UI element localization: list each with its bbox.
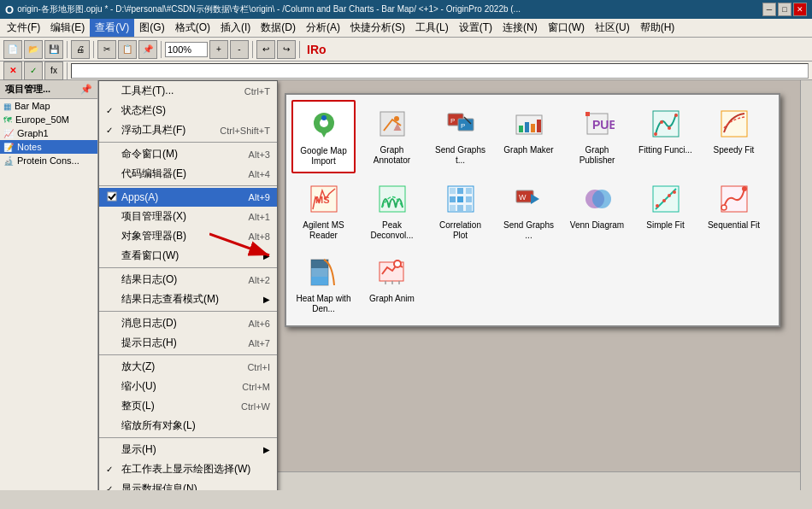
menu-help[interactable]: 帮助(H) [635,19,680,37]
menu-display-item[interactable]: 显示(H) ▶ [99,440,277,459]
menu-format[interactable]: 格式(O) [170,19,215,37]
menu-resultlogmode-item[interactable]: 结果日志查看模式(M) ▶ [99,290,277,309]
menu-data[interactable]: 数据(D) [256,19,301,37]
print-button[interactable]: 🖨 [71,40,90,59]
menu-cmdwindow-item[interactable]: 命令窗口(M) Alt+3 [99,144,277,164]
svg-point-51 [721,205,727,210]
send-graphs-icon: P P [443,106,479,142]
menu-edit[interactable]: 编辑(E) [45,19,90,37]
menu-toolbar-item[interactable]: 工具栏(T)... Ctrl+T [99,81,277,101]
menu-analysis[interactable]: 分析(A) [301,19,345,37]
menu-statusbar-item[interactable]: ✓ 状态栏(S) [99,101,277,120]
formula-confirm-button[interactable]: ✓ [24,61,43,80]
svg-marker-5 [319,128,329,137]
menu-codeeditor-item[interactable]: 代码编辑器(E) Alt+4 [99,164,277,184]
svg-rect-15 [525,122,529,132]
sidebar-item-barmap[interactable]: ▦ Bar Map [0,99,97,113]
menu-objmgr-item[interactable]: 对象管理器(B) Alt+8 [99,226,277,246]
save-button[interactable]: 💾 [44,40,63,59]
app-graph-publisher[interactable]: PUB Graph Publisher [565,100,629,173]
close-button[interactable]: ✕ [793,3,807,16]
menu-settings[interactable]: 设置(T) [454,19,497,37]
svg-point-43 [592,190,611,208]
cut-button[interactable]: ✂ [97,40,116,59]
app-send-graphs2[interactable]: W Send Graphs ... [497,175,561,247]
menu-showselect-item[interactable]: ✓ 在工作表上显示绘图选择(W) [99,459,277,479]
undo-button[interactable]: ↩ [256,40,275,59]
formula-button[interactable]: fx [44,61,63,80]
sep-b [99,185,277,186]
menu-resultlog-item[interactable]: 结果日志(O) Alt+2 [99,270,277,290]
speedy-fit-label: Speedy Fit [714,145,755,155]
agilent-ms-label: Agilent MS Reader [296,220,351,241]
app-sequential-fit[interactable]: Sequential Fit [702,175,766,247]
menu-tiplog-item[interactable]: 提示日志(H) Alt+7 [99,333,277,353]
app-send-graphs[interactable]: P P Send Graphs t... [428,100,492,173]
svg-rect-37 [466,188,472,194]
new-button[interactable]: 📄 [3,40,22,59]
zoom-input[interactable]: 100% [165,42,208,57]
sidebar-item-notes[interactable]: 📝 Notes [0,140,97,154]
app-google-map[interactable]: Google Map Import [291,100,356,173]
right-scrollbar[interactable] [800,80,812,490]
menu-view[interactable]: 查看(V) [90,19,134,37]
sidebar-pin-icon[interactable]: 📌 [80,84,92,95]
menu-fitall-item[interactable]: 缩放所有对象(L) [99,416,277,436]
menu-zoomin-item[interactable]: 放大(Z) Ctrl+I [99,357,277,377]
open-button[interactable]: 📂 [24,40,43,59]
correlation-plot-icon [443,181,479,217]
sep-c [99,267,277,268]
graph-publisher-icon: PUB [580,106,615,142]
app-correlation-plot[interactable]: Correlation Plot [428,175,492,247]
view-dropdown-menu[interactable]: 工具栏(T)... Ctrl+T ✓ 状态栏(S) ✓ 浮动工具栏(F) Ctr… [98,80,278,490]
menu-tools[interactable]: 工具(L) [410,19,454,37]
menu-viewwindow-item[interactable]: 查看窗口(W) ▶ [99,246,277,266]
formula-cancel-button[interactable]: ✕ [3,61,22,80]
titlebar-left: O origin-各形地形图.opju * - D:\#personal\#CS… [5,3,521,16]
app-agilent-ms[interactable]: MS Agilent MS Reader [291,175,356,247]
menu-showdata-item[interactable]: ✓ 显示数据信息(N) [99,479,277,490]
menu-file[interactable]: 文件(F) [2,19,45,37]
maximize-button[interactable]: □ [778,3,791,16]
menu-floatingbar-item[interactable]: ✓ 浮动工具栏(F) Ctrl+Shift+T [99,120,277,140]
menu-window[interactable]: 窗口(W) [543,19,590,37]
menu-apps-item[interactable]: Apps(A) Alt+9 [99,188,277,207]
app-heat-map[interactable]: Heat Map with Den... [291,249,356,320]
send-graphs2-label: Send Graphs ... [501,220,556,241]
app-speedy-fit[interactable]: Speedy Fit [702,100,766,173]
app-peak-deconv[interactable]: Peak Deconvol... [360,175,424,247]
svg-point-47 [662,199,666,202]
sidebar-item-protein[interactable]: 🔬 Protein Cons... [0,154,97,167]
sidebar-item-europe[interactable]: 🗺 Europe_50M [0,113,97,126]
menu-quick-analysis[interactable]: 快捷分析(S) [345,19,410,37]
app-simple-fit[interactable]: Simple Fit [633,175,697,247]
floatingbar-shortcut: Ctrl+Shift+T [220,126,270,136]
menu-fit-item[interactable]: 整页(L) Ctrl+W [99,396,277,416]
menu-community[interactable]: 社区(U) [590,19,635,37]
menu-connect[interactable]: 连接(N) [497,19,543,37]
copy-button[interactable]: 📋 [118,40,137,59]
menu-msglog-item[interactable]: 消息日志(D) Alt+6 [99,313,277,333]
app-fitting-func[interactable]: Fitting Funci... [633,100,697,173]
app-graph-maker[interactable]: Graph Maker [497,100,561,173]
menu-zoomout-item[interactable]: 缩小(U) Ctrl+M [99,377,277,396]
graph-maker-label: Graph Maker [503,145,553,155]
minimize-button[interactable]: ─ [762,3,776,16]
titlebar-controls[interactable]: ─ □ ✕ [762,3,807,16]
app-graph-annotator[interactable]: Graph Annotator [360,100,424,173]
sidebar-item-graph1[interactable]: 📈 Graph1 [0,126,97,140]
app-graph-anim[interactable]: Graph Anim [360,249,424,320]
formula-bar[interactable] [71,63,809,79]
redo-button[interactable]: ↪ [277,40,296,59]
zoom-out-button[interactable]: - [230,40,249,59]
zoom-in-button[interactable]: + [209,40,228,59]
svg-rect-35 [457,196,463,202]
svg-text:P: P [461,122,465,130]
paste-button[interactable]: 📌 [138,40,157,59]
app-venn-diagram[interactable]: Venn Diagram [565,175,629,247]
tiplog-shortcut: Alt+7 [249,338,270,348]
menu-projmgr-item[interactable]: 项目管理器(X) Alt+1 [99,207,277,226]
resultlog-shortcut: Alt+2 [249,275,270,285]
menu-insert[interactable]: 插入(I) [215,19,256,37]
menu-graph[interactable]: 图(G) [134,19,169,37]
